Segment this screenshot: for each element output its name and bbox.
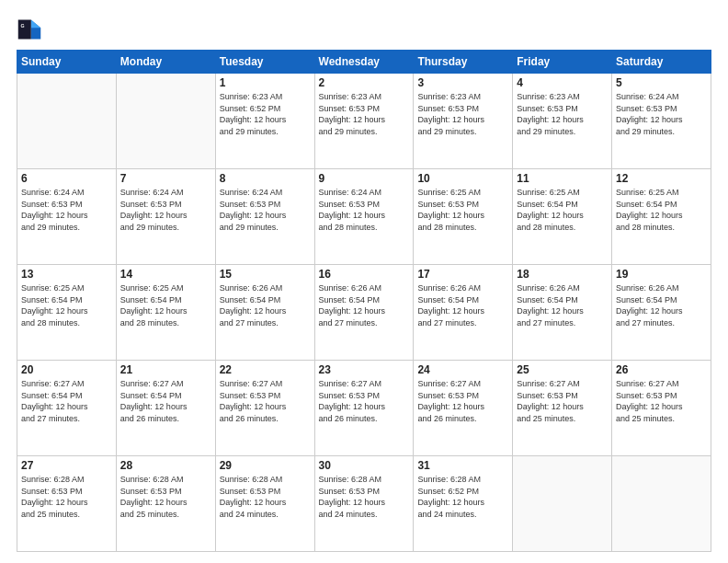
- day-number: 20: [21, 363, 112, 376]
- calendar-cell: [17, 74, 117, 169]
- cell-info: Sunrise: 6:27 AMSunset: 6:53 PMDaylight:…: [220, 378, 311, 424]
- calendar-cell: 17Sunrise: 6:26 AMSunset: 6:54 PMDayligh…: [414, 265, 513, 361]
- day-number: 9: [319, 172, 410, 185]
- calendar-cell: 12Sunrise: 6:25 AMSunset: 6:54 PMDayligh…: [612, 169, 711, 265]
- cell-info: Sunrise: 6:28 AMSunset: 6:52 PMDaylight:…: [417, 474, 508, 520]
- calendar-cell: 1Sunrise: 6:23 AMSunset: 6:52 PMDaylight…: [215, 74, 314, 169]
- calendar-cell: 24Sunrise: 6:27 AMSunset: 6:53 PMDayligh…: [414, 361, 513, 456]
- day-number: 5: [616, 76, 707, 89]
- calendar-week-0: 1Sunrise: 6:23 AMSunset: 6:52 PMDaylight…: [17, 74, 711, 169]
- calendar-week-1: 6Sunrise: 6:24 AMSunset: 6:53 PMDaylight…: [17, 169, 711, 265]
- calendar-cell: 23Sunrise: 6:27 AMSunset: 6:53 PMDayligh…: [314, 361, 414, 456]
- calendar-cell: 16Sunrise: 6:26 AMSunset: 6:54 PMDayligh…: [314, 265, 414, 361]
- day-header-saturday: Saturday: [612, 51, 711, 74]
- page: G SundayMondayTuesdayWednesdayThursdayFr…: [0, 0, 728, 563]
- day-number: 8: [220, 172, 311, 185]
- cell-info: Sunrise: 6:27 AMSunset: 6:53 PMDaylight:…: [616, 378, 707, 424]
- cell-info: Sunrise: 6:27 AMSunset: 6:53 PMDaylight:…: [319, 378, 410, 424]
- cell-info: Sunrise: 6:25 AMSunset: 6:54 PMDaylight:…: [517, 187, 608, 233]
- day-header-thursday: Thursday: [414, 51, 513, 74]
- day-number: 6: [21, 172, 112, 185]
- calendar-cell: [116, 74, 215, 169]
- calendar-cell: 18Sunrise: 6:26 AMSunset: 6:54 PMDayligh…: [513, 265, 612, 361]
- calendar-week-4: 27Sunrise: 6:28 AMSunset: 6:53 PMDayligh…: [17, 456, 711, 552]
- calendar-cell: 26Sunrise: 6:27 AMSunset: 6:53 PMDayligh…: [612, 361, 711, 456]
- calendar-header-row: SundayMondayTuesdayWednesdayThursdayFrid…: [17, 51, 711, 74]
- day-number: 1: [220, 76, 311, 89]
- header: G: [17, 17, 711, 42]
- day-header-sunday: Sunday: [17, 51, 117, 74]
- day-number: 16: [319, 268, 410, 281]
- day-header-wednesday: Wednesday: [314, 51, 414, 74]
- day-number: 15: [220, 268, 311, 281]
- cell-info: Sunrise: 6:25 AMSunset: 6:54 PMDaylight:…: [21, 282, 112, 328]
- day-number: 28: [120, 459, 211, 472]
- cell-info: Sunrise: 6:26 AMSunset: 6:54 PMDaylight:…: [220, 282, 311, 328]
- cell-info: Sunrise: 6:26 AMSunset: 6:54 PMDaylight:…: [517, 282, 608, 328]
- calendar-cell: 6Sunrise: 6:24 AMSunset: 6:53 PMDaylight…: [17, 169, 117, 265]
- cell-info: Sunrise: 6:26 AMSunset: 6:54 PMDaylight:…: [319, 282, 410, 328]
- calendar-cell: [513, 456, 612, 552]
- day-number: 23: [319, 363, 410, 376]
- calendar-cell: 28Sunrise: 6:28 AMSunset: 6:53 PMDayligh…: [116, 456, 215, 552]
- calendar-cell: 11Sunrise: 6:25 AMSunset: 6:54 PMDayligh…: [513, 169, 612, 265]
- cell-info: Sunrise: 6:27 AMSunset: 6:54 PMDaylight:…: [21, 378, 112, 424]
- calendar-week-2: 13Sunrise: 6:25 AMSunset: 6:54 PMDayligh…: [17, 265, 711, 361]
- cell-info: Sunrise: 6:24 AMSunset: 6:53 PMDaylight:…: [21, 187, 112, 233]
- day-number: 25: [517, 363, 608, 376]
- day-header-friday: Friday: [513, 51, 612, 74]
- cell-info: Sunrise: 6:23 AMSunset: 6:52 PMDaylight:…: [220, 91, 311, 137]
- calendar-week-3: 20Sunrise: 6:27 AMSunset: 6:54 PMDayligh…: [17, 361, 711, 456]
- calendar-cell: 22Sunrise: 6:27 AMSunset: 6:53 PMDayligh…: [215, 361, 314, 456]
- calendar-cell: 7Sunrise: 6:24 AMSunset: 6:53 PMDaylight…: [116, 169, 215, 265]
- calendar-cell: 29Sunrise: 6:28 AMSunset: 6:53 PMDayligh…: [215, 456, 314, 552]
- day-number: 14: [120, 268, 211, 281]
- cell-info: Sunrise: 6:28 AMSunset: 6:53 PMDaylight:…: [319, 474, 410, 520]
- calendar-cell: 25Sunrise: 6:27 AMSunset: 6:53 PMDayligh…: [513, 361, 612, 456]
- day-number: 10: [417, 172, 508, 185]
- calendar-cell: 30Sunrise: 6:28 AMSunset: 6:53 PMDayligh…: [314, 456, 414, 552]
- cell-info: Sunrise: 6:28 AMSunset: 6:53 PMDaylight:…: [21, 474, 112, 520]
- logo-icon: G: [17, 17, 42, 42]
- cell-info: Sunrise: 6:24 AMSunset: 6:53 PMDaylight:…: [120, 187, 211, 233]
- calendar-cell: 20Sunrise: 6:27 AMSunset: 6:54 PMDayligh…: [17, 361, 117, 456]
- cell-info: Sunrise: 6:24 AMSunset: 6:53 PMDaylight:…: [616, 91, 707, 137]
- calendar-cell: 5Sunrise: 6:24 AMSunset: 6:53 PMDaylight…: [612, 74, 711, 169]
- logo: G: [17, 17, 46, 42]
- day-number: 4: [517, 76, 608, 89]
- cell-info: Sunrise: 6:28 AMSunset: 6:53 PMDaylight:…: [120, 474, 211, 520]
- day-number: 12: [616, 172, 707, 185]
- calendar-cell: 31Sunrise: 6:28 AMSunset: 6:52 PMDayligh…: [414, 456, 513, 552]
- cell-info: Sunrise: 6:26 AMSunset: 6:54 PMDaylight:…: [417, 282, 508, 328]
- day-number: 31: [417, 459, 508, 472]
- day-number: 7: [120, 172, 211, 185]
- day-number: 26: [616, 363, 707, 376]
- day-number: 11: [517, 172, 608, 185]
- calendar-cell: 14Sunrise: 6:25 AMSunset: 6:54 PMDayligh…: [116, 265, 215, 361]
- calendar-cell: [612, 456, 711, 552]
- day-number: 30: [319, 459, 410, 472]
- day-number: 3: [417, 76, 508, 89]
- cell-info: Sunrise: 6:27 AMSunset: 6:54 PMDaylight:…: [120, 378, 211, 424]
- day-number: 24: [417, 363, 508, 376]
- calendar-table: SundayMondayTuesdayWednesdayThursdayFrid…: [17, 50, 711, 552]
- day-number: 17: [417, 268, 508, 281]
- svg-text:G: G: [20, 23, 24, 29]
- calendar-cell: 8Sunrise: 6:24 AMSunset: 6:53 PMDaylight…: [215, 169, 314, 265]
- day-header-tuesday: Tuesday: [215, 51, 314, 74]
- day-header-monday: Monday: [116, 51, 215, 74]
- svg-marker-1: [31, 20, 41, 29]
- calendar-cell: 9Sunrise: 6:24 AMSunset: 6:53 PMDaylight…: [314, 169, 414, 265]
- cell-info: Sunrise: 6:24 AMSunset: 6:53 PMDaylight:…: [319, 187, 410, 233]
- calendar-cell: 2Sunrise: 6:23 AMSunset: 6:53 PMDaylight…: [314, 74, 414, 169]
- cell-info: Sunrise: 6:25 AMSunset: 6:53 PMDaylight:…: [417, 187, 508, 233]
- day-number: 22: [220, 363, 311, 376]
- day-number: 19: [616, 268, 707, 281]
- day-number: 2: [319, 76, 410, 89]
- cell-info: Sunrise: 6:26 AMSunset: 6:54 PMDaylight:…: [616, 282, 707, 328]
- cell-info: Sunrise: 6:25 AMSunset: 6:54 PMDaylight:…: [120, 282, 211, 328]
- day-number: 21: [120, 363, 211, 376]
- calendar-cell: 10Sunrise: 6:25 AMSunset: 6:53 PMDayligh…: [414, 169, 513, 265]
- cell-info: Sunrise: 6:28 AMSunset: 6:53 PMDaylight:…: [220, 474, 311, 520]
- calendar-cell: 13Sunrise: 6:25 AMSunset: 6:54 PMDayligh…: [17, 265, 117, 361]
